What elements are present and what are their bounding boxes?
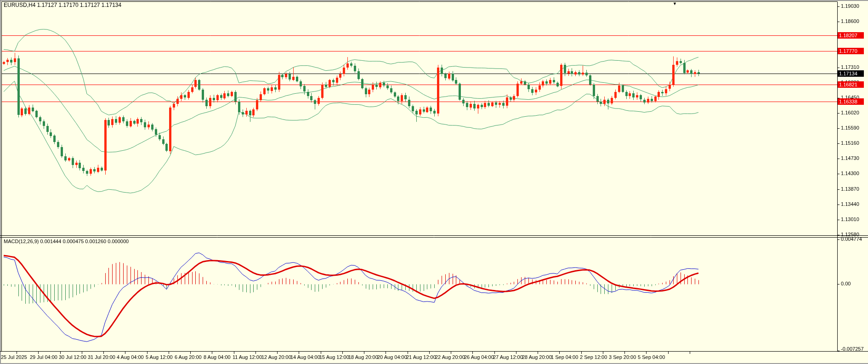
macd-axis-min-label: -0.007257 [841, 346, 864, 352]
time-tick-label: 14 Aug 04:00 [290, 354, 320, 360]
time-tick-label: 18 Aug 20:00 [348, 354, 378, 360]
time-tick-label: 3 Sep 20:00 [609, 354, 636, 360]
current-price-tag[interactable]: 1.17134 [838, 70, 864, 77]
price-tick-label: 1.18600 [841, 18, 859, 24]
level-price-tag[interactable]: 1.18207 [838, 32, 864, 39]
price-tick-label: 1.17310 [841, 64, 859, 70]
time-tick-label: 11 Aug 12:00 [233, 354, 262, 360]
time-tick-label: 26 Aug 04:00 [464, 354, 494, 360]
price-tick-label: 1.15590 [841, 125, 859, 131]
price-tick-label: 1.15160 [841, 140, 859, 146]
chart-title: EURUSD,H4 1.17127 1.17170 1.17127 1.1713… [4, 2, 121, 8]
price-tick-label: 1.13440 [841, 201, 859, 207]
time-tick-label: 20 Aug 04:00 [377, 354, 407, 360]
time-tick-label: 4 Aug 04:00 [117, 354, 144, 360]
price-tick-label: 1.14730 [841, 155, 859, 161]
time-tick-label: 15 Aug 12:00 [319, 354, 349, 360]
price-tick-label: 1.13870 [841, 186, 859, 192]
time-tick-label: 5 Aug 12:00 [146, 354, 173, 360]
time-tick-label: 25 Jul 2025 [1, 354, 27, 360]
macd-indicator-label: MACD(12,26,9) 0.001444 0.000475 0.001260… [4, 239, 129, 245]
time-tick-label: 31 Jul 20:00 [88, 354, 115, 360]
price-tick-label: 1.19030 [841, 3, 859, 9]
time-tick-label: 12 Aug 20:00 [261, 354, 291, 360]
price-chart-canvas[interactable] [0, 0, 868, 364]
time-tick-label: 1 Sep 04:00 [551, 354, 578, 360]
time-tick-label: 28 Aug 20:00 [522, 354, 552, 360]
chart-shift-marker-icon: ▼ [673, 2, 677, 6]
price-tick-label: 1.12580 [841, 232, 859, 238]
time-tick-label: 22 Aug 20:00 [435, 354, 465, 360]
chart-window: EURUSD,H4 1.17127 1.17170 1.17127 1.1713… [0, 0, 868, 364]
time-tick-label: 2 Sep 12:00 [580, 354, 607, 360]
macd-axis-zero-label: 0.00 [841, 281, 851, 287]
time-tick-label: 5 Sep 04:00 [638, 354, 665, 360]
time-tick-label: 8 Aug 04:00 [204, 354, 231, 360]
time-tick-label: 29 Jul 04:00 [30, 354, 57, 360]
time-tick-label: 30 Jul 12:00 [59, 354, 86, 360]
level-price-tag[interactable]: 1.16338 [838, 98, 864, 105]
level-price-tag[interactable]: 1.17770 [838, 48, 864, 54]
time-tick-label: 6 Aug 20:00 [175, 354, 202, 360]
price-tick-label: 1.13010 [841, 216, 859, 222]
level-price-tag[interactable]: 1.16821 [838, 81, 864, 88]
time-tick-label: 21 Aug 12:00 [406, 354, 436, 360]
price-tick-label: 1.16020 [841, 110, 859, 116]
price-tick-label: 1.14300 [841, 171, 859, 176]
time-tick-label: 27 Aug 12:00 [493, 354, 523, 360]
